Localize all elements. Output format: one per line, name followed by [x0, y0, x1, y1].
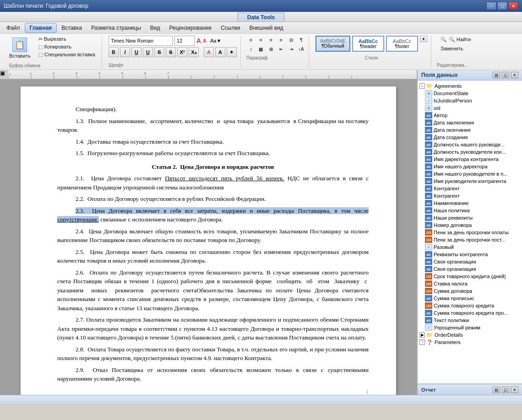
highlight-button[interactable]: A [215, 47, 225, 57]
indent-decrease-button[interactable]: ⇤ [277, 45, 286, 53]
menu-file[interactable]: Файл [2, 23, 25, 32]
panel-pin-button[interactable]: ▤ [493, 72, 500, 78]
style-normal[interactable]: AaBbCcDdE ¶Обычный [315, 36, 350, 52]
tree-nash-pol[interactable]: ab Наша политика [418, 207, 522, 214]
bold-button[interactable]: B [109, 47, 119, 57]
menu-external-view[interactable]: Внешний вид [245, 23, 288, 32]
font-shrink-button[interactable]: A [203, 38, 207, 43]
menu-page-layout[interactable]: Разметка страницы [87, 23, 146, 32]
tree-uproshen[interactable]: ✓ Упрощенный режим [418, 324, 522, 331]
tree-uid[interactable]: ⊞ uid [418, 104, 522, 112]
tree-document-state[interactable]: ⊞ DocumentState [418, 90, 522, 97]
tree-summa-dog[interactable]: 123 Сумма договора [418, 287, 522, 295]
tree-kontragent2[interactable]: ab Контрагент [418, 192, 522, 199]
pilcrow-button[interactable]: ¶ [297, 36, 306, 44]
bottom-panel-pin-button[interactable]: ▤ [493, 387, 500, 393]
tree-stavka-nal[interactable]: 123 Ставка налога [418, 280, 522, 287]
menu-review[interactable]: Рецензирование [165, 23, 217, 32]
tree-summa-prop[interactable]: ab Сумма прописью [418, 295, 522, 302]
tree-summa-kred-pro[interactable]: ab Сумма товарного кредита про... [418, 309, 522, 317]
style-footer[interactable]: AaBbCc ¶footer [386, 36, 418, 52]
panel-float-button[interactable]: ◱ [502, 72, 509, 78]
underline-button[interactable]: U [131, 47, 141, 57]
font-format-aa[interactable]: Aa▼ [210, 38, 221, 43]
ab-icon-textpol: ab [425, 317, 432, 323]
paste-button[interactable]: 📋 Вставить [5, 36, 34, 60]
font-color-button[interactable]: A [204, 47, 214, 57]
tree-peni-den1[interactable]: 123 Пени за день просрочки оплаты [418, 229, 522, 236]
menu-insert[interactable]: Вставка [57, 23, 87, 32]
tree-peni-den2[interactable]: 123 Пени за день просрочки пост... [418, 236, 522, 243]
panel-close-button[interactable]: ✕ [511, 72, 518, 78]
font-grow-button[interactable]: A [196, 37, 201, 44]
tree-dolzh-nash[interactable]: ab Должность нашего руководи... [418, 141, 522, 148]
font-name-input[interactable] [109, 36, 173, 46]
tree-expand-agreements[interactable]: − [419, 83, 425, 89]
border-button[interactable]: ⊞ [266, 45, 276, 53]
tree-nash-rekv[interactable]: ab Наши реквизиты [418, 214, 522, 221]
tree-dolzh-kon[interactable]: ab Должность руководителя кон... [418, 148, 522, 156]
align-left-button[interactable]: ≡ [246, 36, 256, 44]
close-button[interactable]: ✕ [508, 2, 518, 10]
strikethrough2-button[interactable]: S [166, 47, 176, 57]
maximize-button[interactable]: □ [497, 2, 507, 10]
replace-button[interactable]: Заменить [437, 45, 474, 52]
menu-references[interactable]: Ссылки [216, 23, 245, 32]
tree-uid-label: uid [434, 105, 440, 111]
line-spacing-button[interactable]: ↕ [246, 45, 256, 53]
tree-kontragent1[interactable]: ab Контрагент [418, 185, 522, 192]
tree-razoviy[interactable]: ✓ Разовый [418, 243, 522, 251]
tree-ime-ruk-kon[interactable]: ab Имя руководителя контрагента [418, 178, 522, 185]
find-button[interactable]: 🔍 🔍 Найти [437, 36, 474, 43]
tree-nom-dog[interactable]: ab Номер договора [418, 221, 522, 229]
menu-view[interactable]: Вид [146, 23, 165, 32]
bottom-panel-close-button[interactable]: ✕ [511, 387, 518, 393]
tree-data-zakl[interactable]: ab Дата заключения [418, 119, 522, 126]
sort-button[interactable]: ↕A [297, 45, 306, 53]
italic-button[interactable]: I [120, 47, 130, 57]
format-clear-button[interactable]: ✦ [227, 47, 237, 57]
superscript-button[interactable]: X² [177, 47, 187, 57]
underline2-button[interactable]: U [143, 47, 153, 57]
tree-avtor[interactable]: ab Автор [418, 112, 522, 119]
tree-summa-kred[interactable]: 123 Сумма товарного кредита [418, 302, 522, 309]
tree-expand-order[interactable]: ▶ [419, 332, 425, 338]
align-center-button[interactable]: ≡ [256, 36, 266, 44]
tree-naim[interactable]: ab Наименование [418, 199, 522, 207]
tree-ime-dir-kon[interactable]: ab Имя директора контрагента [418, 156, 522, 163]
document-scroll[interactable]: Спецификация). 1.3. Полное наименование,… [0, 79, 417, 395]
minimize-button[interactable]: − [486, 2, 496, 10]
style-header[interactable]: AaBbCc ¶header [352, 36, 384, 52]
clipboard-group: 📋 Вставить ✂ Вырезать ⬚ Копировать ⬚ Спе… [2, 36, 102, 68]
tree-rekv-kon[interactable]: ab Реквизиты контрагента [418, 251, 522, 258]
shading-button[interactable]: ▦ [256, 45, 266, 53]
tree-area[interactable]: − 📁 Agreements ⊞ DocumentState ✓ IsJurid… [418, 81, 522, 384]
justify-button[interactable]: ≡ [277, 36, 286, 44]
strikethrough-button[interactable]: S [154, 47, 164, 57]
data-tools-tab[interactable]: Data Tools [238, 13, 284, 22]
paste-special-button[interactable]: ⬚ Специальная вставка [36, 51, 98, 58]
tree-data-okon[interactable]: ab Дата окончания [418, 126, 522, 134]
tree-svoa-org2[interactable]: ab Своя организация [418, 265, 522, 273]
styles-expand-button[interactable]: ▼ [420, 36, 427, 42]
tree-data-sozd[interactable]: ab Дата создания [418, 134, 522, 141]
tree-expand-params[interactable]: ? [419, 339, 425, 345]
tree-text-pol[interactable]: ab Текст политики [418, 317, 522, 324]
align-right-button[interactable]: ≡ [266, 36, 276, 44]
tree-is-juridical[interactable]: ✓ IsJuridicalPerson [418, 97, 522, 104]
tree-srok-kred[interactable]: 123 Срок товарного кредита (дней) [418, 273, 522, 280]
menu-home[interactable]: Главная [25, 23, 57, 33]
tree-order-details[interactable]: ▶ 📁 OrderDetails [418, 331, 522, 339]
tree-ime-nash-p[interactable]: ab Имя нашего руководителя в п... [418, 170, 522, 178]
subscript-button[interactable]: X₂ [189, 47, 199, 57]
tree-ime-dir-nash[interactable]: ab Имя нашего директора [418, 163, 522, 170]
tree-svoa-org1[interactable]: ab Своя организация [418, 258, 522, 265]
column-button[interactable]: ⊟ [287, 36, 296, 44]
cut-button[interactable]: ✂ Вырезать [36, 36, 98, 43]
font-size-input[interactable] [174, 36, 195, 46]
copy-button[interactable]: ⬚ Копировать [36, 43, 98, 50]
bottom-panel-float-button[interactable]: ◱ [502, 387, 509, 393]
tree-agreements[interactable]: − 📁 Agreements [418, 82, 522, 90]
indent-increase-button[interactable]: ⇥ [287, 45, 296, 53]
tree-parameters[interactable]: ? ❓ Parameters [418, 339, 522, 346]
